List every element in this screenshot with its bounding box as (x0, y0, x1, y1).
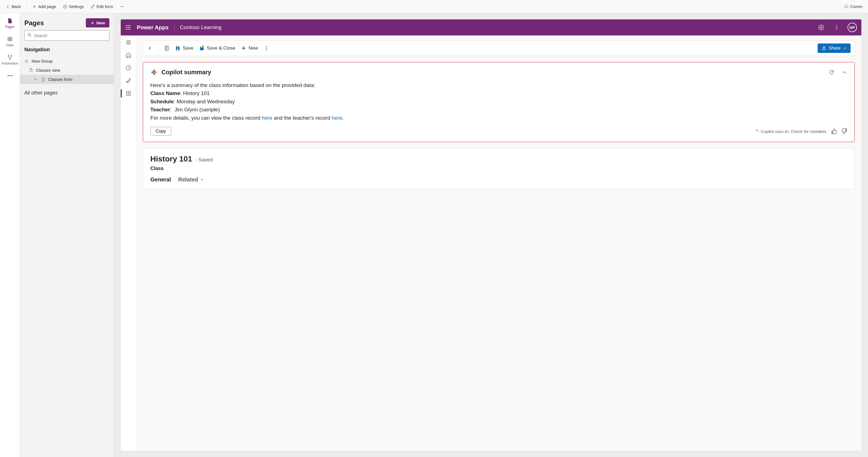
tool-data-label: Data (6, 43, 13, 47)
copilot-summary-card: Copilot summary Here's a summary of the … (143, 62, 855, 142)
tab-related-label: Related (178, 176, 198, 183)
tab-general[interactable]: General (150, 176, 171, 183)
new-page-label: New (96, 21, 105, 25)
header-settings-button[interactable] (818, 24, 824, 30)
arrow-left-icon (147, 45, 153, 51)
thumbs-up-button[interactable] (831, 128, 837, 134)
all-other-pages-heading[interactable]: All other pages (20, 85, 114, 101)
comments-button[interactable]: Comm (842, 3, 865, 10)
svg-point-18 (128, 27, 129, 28)
settings-button[interactable]: Settings (61, 3, 86, 10)
collapse-button[interactable] (842, 69, 847, 75)
svg-point-1 (120, 6, 121, 7)
svg-point-20 (126, 29, 127, 30)
svg-point-35 (266, 48, 267, 49)
toolbar-save-button[interactable]: Save (175, 45, 193, 51)
tool-rail: Pages Data Automation (0, 13, 20, 457)
toolbar-back-button[interactable] (147, 45, 153, 51)
svg-rect-28 (126, 91, 130, 96)
svg-point-6 (11, 55, 12, 56)
class-record-link[interactable]: here (261, 115, 272, 121)
plus-icon (241, 45, 246, 51)
pin-icon[interactable] (125, 78, 131, 84)
record-saved-status: - Saved (195, 157, 213, 163)
ai-note-text: Copilot uses AI. Check for mistakes. (761, 129, 827, 134)
svg-point-29 (128, 92, 129, 94)
separator (26, 3, 27, 10)
copy-button[interactable]: Copy (150, 127, 171, 136)
svg-point-9 (9, 75, 10, 76)
new-page-button[interactable]: New (86, 18, 110, 27)
class-name-value: History 101 (183, 90, 210, 96)
copilot-body: Here's a summary of the class informatio… (150, 81, 847, 122)
details-pre: For more details, you can view the class… (150, 115, 261, 121)
save-label: Save (183, 45, 193, 51)
tool-data[interactable]: Data (0, 34, 20, 49)
nav-group-label: New Group (32, 59, 53, 63)
hamburger-icon[interactable] (125, 39, 131, 45)
svg-point-5 (8, 55, 9, 56)
user-avatar[interactable]: MP (847, 23, 857, 32)
app-preview-frame: Power Apps Contoso Learning MP (121, 20, 861, 451)
save-icon (175, 45, 181, 51)
refresh-button[interactable] (829, 69, 835, 75)
pages-title: Pages (24, 19, 44, 27)
design-canvas: Power Apps Contoso Learning MP (114, 13, 868, 457)
class-name-label: Class Name (150, 90, 180, 96)
more-button[interactable] (118, 3, 127, 10)
nav-item-label: Classes view (36, 68, 60, 72)
settings-label: Settings (69, 4, 84, 9)
svg-point-21 (128, 29, 129, 30)
tool-automation[interactable]: Automation (0, 53, 20, 67)
svg-point-34 (266, 46, 267, 47)
details-post: . (342, 115, 344, 121)
svg-point-16 (130, 25, 131, 26)
teacher-record-link[interactable]: here (332, 115, 342, 121)
tool-pages[interactable]: Pages (0, 16, 20, 30)
copilot-title: Copilot summary (161, 69, 826, 76)
recent-icon[interactable] (125, 65, 131, 71)
toolbar-save-close-button[interactable]: Save & Close (199, 45, 235, 51)
toolbar-more-button[interactable] (264, 45, 269, 51)
top-command-bar: Back Add page Settings Edit form Comm (0, 0, 868, 13)
toolbar-new-button[interactable]: New (241, 45, 258, 51)
share-button[interactable]: Share (817, 43, 850, 53)
thumbs-down-button[interactable] (841, 128, 847, 134)
nav-item-classes-form[interactable]: Classes form (20, 75, 114, 84)
clipboard-icon (29, 68, 33, 72)
copilot-logo-icon (150, 68, 158, 76)
search-input[interactable] (34, 33, 106, 38)
back-button[interactable]: Back (3, 3, 23, 10)
svg-point-2 (122, 6, 122, 7)
pencil-icon (91, 4, 95, 9)
nav-group-new[interactable]: New Group (20, 57, 114, 66)
tool-more[interactable] (0, 71, 20, 80)
pages-panel: Pages New Navigation New Group (20, 13, 114, 457)
svg-point-36 (266, 49, 267, 50)
svg-rect-4 (8, 37, 12, 41)
svg-rect-33 (201, 47, 203, 48)
save-close-label: Save & Close (207, 45, 235, 51)
new-label: New (249, 45, 258, 51)
edit-form-button[interactable]: Edit form (88, 3, 116, 10)
settings-rail-icon[interactable] (125, 90, 131, 96)
home-icon[interactable] (125, 52, 131, 58)
chevron-down-icon (200, 178, 204, 182)
add-page-button[interactable]: Add page (30, 3, 58, 10)
form-icon (164, 45, 169, 51)
teacher-label: Teacher (150, 106, 170, 113)
svg-point-26 (836, 29, 837, 30)
nav-item-classes-view[interactable]: Classes view (20, 66, 114, 75)
svg-point-17 (126, 27, 127, 28)
toolbar-form-button[interactable] (164, 45, 169, 51)
search-box[interactable] (24, 30, 110, 41)
svg-point-0 (64, 6, 66, 7)
app-header: Power Apps Contoso Learning MP (121, 20, 861, 35)
tab-related[interactable]: Related (178, 176, 204, 183)
separator (158, 44, 158, 52)
waffle-icon[interactable] (125, 24, 131, 30)
record-title: History 101 (150, 155, 192, 163)
app-name: Power Apps (137, 24, 168, 31)
header-more-button[interactable] (834, 24, 840, 30)
page-icon (7, 18, 13, 24)
